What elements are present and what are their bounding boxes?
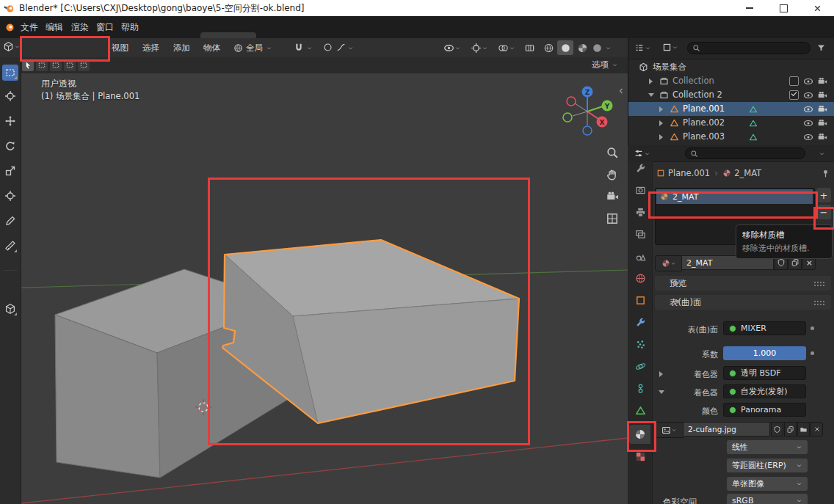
disclosure-icon[interactable] [649, 78, 653, 84]
camera-icon[interactable] [817, 104, 827, 114]
factor-slider[interactable]: 1.000 [723, 346, 806, 360]
unlink-image-button[interactable] [811, 422, 823, 437]
tool-rotate[interactable] [2, 138, 18, 154]
pin-id-icon[interactable] [821, 169, 830, 178]
outliner-row-collection[interactable]: Collection [628, 74, 834, 88]
blender-menu-icon[interactable] [4, 22, 15, 33]
shader1-button[interactable]: 透明 BSDF [723, 366, 806, 380]
interpolation-dropdown[interactable]: 线性 [727, 440, 808, 454]
section-preview[interactable]: 预览 [655, 276, 831, 291]
gizmo-y-negative[interactable] [563, 113, 572, 122]
outliner-row-plane-001[interactable]: Plane.001 [628, 102, 834, 116]
camera-icon[interactable] [817, 76, 827, 87]
gizmo-z-negative[interactable] [583, 126, 592, 135]
camera-icon[interactable] [817, 132, 827, 142]
tab-texture[interactable] [631, 447, 650, 466]
image-copy-button[interactable] [784, 422, 797, 437]
viewport-3d-scene[interactable]: Z Y X [0, 73, 628, 504]
select-mode-intersect-button[interactable] [78, 59, 90, 71]
tool-add-cube[interactable] [2, 301, 18, 317]
eye-icon[interactable] [803, 104, 813, 114]
outliner-row-scene-collection[interactable]: 场景集合 [628, 60, 834, 74]
add-material-slot-button[interactable]: + [816, 188, 831, 202]
close-button[interactable] [800, 0, 834, 16]
tab-world[interactable] [631, 269, 650, 288]
overlays-dropdown[interactable] [498, 43, 515, 54]
projection-dropdown[interactable]: 等距圆柱(ERP) [727, 459, 808, 472]
menu-select[interactable]: 选择 [142, 43, 159, 54]
gizmo-x-negative[interactable] [567, 97, 576, 106]
proportional-edit-icon[interactable] [323, 43, 333, 52]
ortho-toggle-button[interactable] [603, 210, 621, 227]
menu-add[interactable]: 添加 [173, 43, 190, 54]
tab-render[interactable] [631, 180, 650, 200]
eye-icon[interactable] [803, 118, 813, 128]
properties-editor-dropdown[interactable] [634, 148, 650, 158]
exclude-checkbox[interactable] [789, 90, 799, 100]
image-fake-user-button[interactable] [771, 422, 783, 437]
colorspace-dropdown[interactable]: sRGB [727, 494, 808, 504]
gizmos-dropdown[interactable] [471, 43, 488, 54]
decorator-dot-icon[interactable] [811, 326, 814, 330]
snap-magnet-icon[interactable] [294, 43, 304, 53]
disclosure-icon[interactable] [659, 134, 663, 140]
visibility-dropdown[interactable] [443, 43, 461, 54]
menu-help[interactable]: 帮助 [121, 21, 139, 34]
shading-rendered-icon[interactable] [592, 43, 603, 54]
outliner-search-input[interactable] [687, 42, 811, 54]
image-name-field[interactable]: 2-cufang.jpg [683, 422, 770, 437]
select-mode-set-button[interactable] [22, 59, 34, 71]
xray-toggle-icon[interactable] [524, 43, 535, 54]
drag-grip-icon[interactable] [813, 300, 825, 306]
shader2-button[interactable]: 自发光(发射) [723, 384, 806, 398]
tool-move[interactable] [2, 113, 18, 129]
tab-object-data[interactable] [631, 401, 650, 420]
exclude-checkbox[interactable] [789, 76, 799, 86]
remove-material-slot-button[interactable]: − [816, 205, 831, 219]
tab-view-layer[interactable] [631, 224, 650, 244]
options-dropdown[interactable]: 选项 [592, 59, 618, 70]
breadcrumb-object[interactable]: Plane.001 [668, 168, 710, 178]
open-image-button[interactable] [797, 422, 810, 437]
select-mode-new-button[interactable] [36, 59, 48, 71]
falloff-curve-icon[interactable] [336, 43, 346, 52]
snap-options-chevron-icon[interactable] [306, 45, 313, 51]
outliner-editor-dropdown[interactable] [634, 43, 651, 53]
tab-object[interactable] [631, 291, 650, 310]
tool-scale[interactable] [2, 163, 18, 179]
menu-view[interactable]: 视图 [112, 43, 128, 54]
minimize-button[interactable] [733, 0, 766, 16]
camera-icon[interactable] [817, 118, 827, 128]
menu-object[interactable]: 物体 [203, 43, 220, 54]
color-input-button[interactable]: Panorama [723, 403, 806, 417]
surface-shader-button[interactable]: MIXER [723, 321, 806, 335]
eye-icon[interactable] [803, 90, 813, 101]
camera-icon[interactable] [817, 90, 827, 101]
shading-chevron-icon[interactable] [605, 45, 612, 51]
eye-icon[interactable] [803, 76, 813, 87]
sidebar-collapse-button[interactable] [615, 82, 627, 100]
transform-orientation-dropdown[interactable]: 全局 [233, 43, 272, 54]
tool-measure[interactable] [2, 238, 18, 254]
camera-view-button[interactable] [603, 188, 621, 205]
tab-particles[interactable] [631, 335, 650, 354]
zoom-button[interactable] [603, 144, 621, 161]
menu-file[interactable]: 文件 [21, 21, 38, 34]
disclosure-icon[interactable] [659, 120, 663, 126]
tool-select-box[interactable] [2, 65, 18, 81]
section-surface[interactable]: 表(曲)面 [655, 295, 831, 310]
tool-transform[interactable] [2, 188, 18, 204]
select-mode-subtract-button[interactable] [64, 59, 76, 71]
eye-icon[interactable] [803, 132, 813, 142]
tool-cursor[interactable] [2, 88, 18, 104]
outliner-row-collection-2[interactable]: Collection 2 [628, 88, 834, 102]
tab-constraints[interactable] [631, 379, 650, 398]
filter-chevron-icon[interactable] [819, 150, 825, 157]
editor-type-dropdown[interactable] [3, 41, 21, 52]
tab-tool[interactable] [631, 158, 650, 178]
tab-physics[interactable] [631, 357, 650, 376]
properties-search-input[interactable] [685, 147, 805, 159]
maximize-button[interactable] [766, 0, 800, 16]
shading-material-icon[interactable] [577, 43, 588, 54]
outliner-row-plane-002[interactable]: Plane.002 [628, 116, 834, 130]
